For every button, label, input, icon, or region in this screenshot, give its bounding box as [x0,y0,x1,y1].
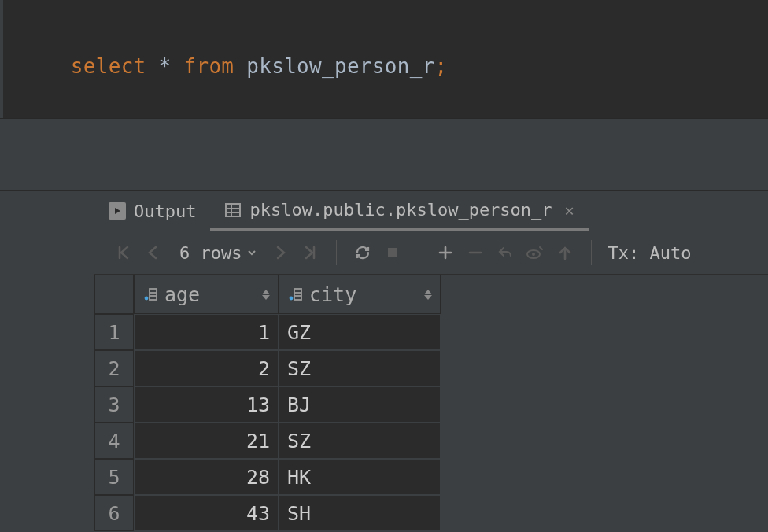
output-icon [109,202,126,220]
rows-count-label: 6 rows [179,243,242,263]
rows-count-dropdown[interactable]: 6 rows [170,243,264,263]
sort-handle-icon[interactable] [262,290,270,300]
submit-button[interactable] [552,239,578,266]
row-header[interactable]: 3 [94,386,134,423]
add-row-button[interactable] [432,239,459,266]
svg-rect-1 [226,204,240,216]
tab-output[interactable]: Output [94,191,210,231]
refresh-button[interactable] [349,239,376,266]
column-label: city [309,283,356,306]
tab-result[interactable]: pkslow.public.pkslow_person_r ✕ [210,191,588,231]
cell-age[interactable]: 2 [134,350,279,386]
editor-top-border [3,0,768,17]
tab-output-label: Output [134,201,196,221]
cell-age[interactable]: 43 [134,495,279,531]
last-page-button[interactable] [297,239,323,266]
row-header[interactable]: 1 [94,314,134,350]
keyword-select: select [71,54,146,78]
cell-age[interactable]: 13 [134,386,279,423]
row-header[interactable]: 4 [94,423,134,459]
row-header[interactable]: 2 [94,350,134,386]
first-page-button[interactable] [110,239,137,266]
svg-rect-15 [294,289,301,300]
next-page-button[interactable] [267,239,294,266]
sql-editor[interactable]: select * from pkslow_person_r; [0,0,768,118]
close-icon[interactable]: ✕ [560,201,574,220]
svg-marker-12 [262,290,270,294]
cell-city[interactable]: BJ [279,386,441,423]
tab-result-label: pkslow.public.pkslow_person_r [249,200,552,220]
sql-line[interactable]: select * from pkslow_person_r; [3,17,768,118]
results-panel: Output pkslow.public.pkslow_person_r ✕ [0,190,768,532]
svg-rect-5 [388,248,397,257]
column-icon [142,286,158,302]
toolbar-separator [336,240,337,265]
column-icon [287,286,303,302]
svg-marker-19 [424,295,432,300]
row-header[interactable]: 6 [94,495,134,531]
grid-corner [94,275,134,314]
cell-age[interactable]: 28 [134,459,279,495]
prev-page-button[interactable] [140,239,167,266]
toolbar-separator [419,240,419,265]
cell-age[interactable]: 21 [134,423,279,459]
column-label: age [164,283,200,306]
keyword-from: from [183,54,234,78]
column-header-city[interactable]: city [279,275,441,314]
cell-age[interactable]: 1 [134,314,279,350]
chevron-down-icon [246,247,257,258]
results-toolbar: 6 rows [94,231,768,275]
svg-rect-9 [150,289,157,300]
sort-handle-icon[interactable] [424,290,432,300]
svg-point-14 [290,297,294,301]
panel-gap [0,118,768,190]
svg-marker-18 [424,290,432,294]
remove-row-button[interactable] [462,239,489,266]
cell-city[interactable]: HK [279,459,441,495]
column-header-age[interactable]: age [134,275,279,314]
cell-city[interactable]: SH [279,495,441,531]
toolbar-separator [591,240,592,265]
results-left-gutter [0,191,94,532]
results-tabs: Output pkslow.public.pkslow_person_r ✕ [94,191,768,231]
table-name-token: pkslow_person_r [246,54,434,78]
star-token: * [159,54,172,78]
semicolon-token: ; [435,54,448,78]
cell-city[interactable]: SZ [279,350,441,386]
svg-point-7 [532,253,535,256]
revert-button[interactable] [492,239,519,266]
results-main: Output pkslow.public.pkslow_person_r ✕ [94,191,768,532]
svg-point-8 [145,297,149,301]
stop-button[interactable] [379,239,406,266]
data-grid[interactable]: age city 11GZ22SZ313BJ421SZ528HK643SH [94,275,768,531]
tx-mode-dropdown[interactable]: Tx: Auto [604,243,691,263]
cell-city[interactable]: GZ [279,314,441,350]
cell-city[interactable]: SZ [279,423,441,459]
svg-marker-13 [262,295,270,300]
row-header[interactable]: 5 [94,459,134,495]
svg-marker-0 [115,208,120,214]
preview-changes-button[interactable] [522,239,548,266]
table-icon [224,201,242,219]
